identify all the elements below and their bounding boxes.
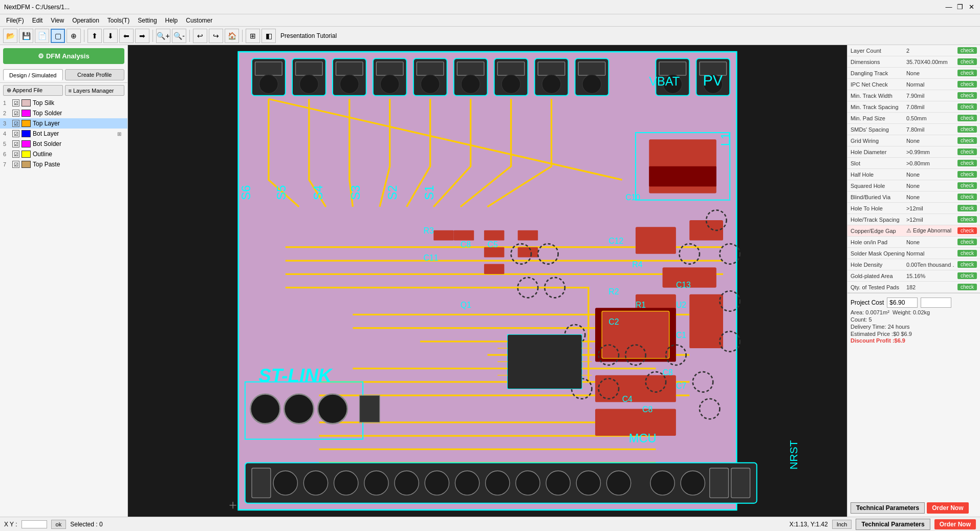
svg-text:C12: C12 [608, 237, 623, 245]
param-check-btn[interactable]: check [957, 227, 977, 234]
param-row: Dimensions 35.70X40.00mm check [847, 56, 980, 68]
select-btn[interactable]: ▢ [51, 29, 65, 43]
param-check-btn[interactable]: check [957, 284, 977, 290]
layers-manager-btn[interactable]: ≡ Layers Manager [65, 85, 125, 96]
presentation-label: Presentation Tutorial [277, 31, 340, 40]
svg-point-128 [303, 471, 328, 495]
param-check-btn[interactable]: check [957, 126, 977, 133]
new-btn[interactable]: 📄 [35, 29, 49, 43]
estimated-price-text: Estimated Price :$0 $6.9 [851, 330, 977, 337]
discount-text: Discount Profit :$6.9 [851, 337, 977, 344]
maximize-btn[interactable]: ❐ [955, 3, 965, 12]
layer-name: Bot Layer [33, 130, 115, 137]
layer-row[interactable]: 4 ☑ Bot Layer ⊞ [0, 129, 127, 139]
save-btn[interactable]: 💾 [19, 29, 33, 43]
align-center-btn[interactable]: ⬇ [103, 29, 118, 43]
align-top-btn[interactable]: ⬆ [88, 29, 102, 43]
param-check-btn[interactable]: check [957, 47, 977, 54]
project-cost-input2[interactable] [921, 298, 951, 308]
menu-tools[interactable]: Tools(T) [103, 16, 134, 25]
ok-button[interactable]: ok [51, 520, 67, 529]
param-value: 0.00Ten thousand . [906, 262, 957, 268]
project-cost-input[interactable] [887, 298, 918, 308]
zoom-out-btn[interactable]: 🔍- [172, 29, 186, 43]
layer-row[interactable]: 7 ☑ Top Paste [0, 159, 127, 169]
tb-sep4 [242, 30, 243, 42]
layer-row[interactable]: 2 ☑ Top Solder [0, 108, 127, 118]
layer-row[interactable]: 6 ☑ Outline [0, 149, 127, 159]
create-profile-tab[interactable]: Create Profile [65, 69, 125, 80]
param-check-btn[interactable]: check [957, 103, 977, 110]
order-now-btn[interactable]: Order Now [927, 502, 968, 514]
param-check-btn[interactable]: check [957, 81, 977, 88]
canvas-area[interactable]: ST-LINK Transceiver 5V MCU NRST PV VBAT … [128, 45, 847, 517]
param-check-btn[interactable]: check [957, 272, 977, 279]
param-check-btn[interactable]: check [957, 160, 977, 166]
layer-btn[interactable]: ◧ [262, 29, 276, 43]
svg-text:C10: C10 [625, 193, 640, 202]
grid-btn[interactable]: ⊞ [246, 29, 260, 43]
layer-color-swatch [21, 161, 31, 168]
layer-visibility[interactable]: ☑ [12, 120, 19, 127]
svg-point-134 [486, 471, 510, 495]
open-file-btn[interactable]: 📂 [3, 29, 17, 43]
param-check-btn[interactable]: check [957, 250, 977, 257]
param-check-btn[interactable]: check [957, 239, 977, 245]
align-left-btn[interactable]: ⬅ [119, 29, 134, 43]
redo-btn[interactable]: ↪ [209, 29, 223, 43]
param-check-btn[interactable]: check [957, 70, 977, 76]
svg-text:S1: S1 [423, 185, 436, 200]
layer-row[interactable]: 1 ☑ Top Silk [0, 98, 127, 108]
layer-visibility[interactable]: ☑ [12, 161, 19, 168]
param-check-btn[interactable]: check [957, 115, 977, 121]
menu-customer[interactable]: Customer [182, 16, 216, 25]
undo-btn[interactable]: ↩ [193, 29, 207, 43]
param-check-btn[interactable]: check [957, 205, 977, 211]
layer-row[interactable]: 5 ☑ Bot Solder [0, 139, 127, 149]
param-label: SMDs' Spacing [851, 126, 906, 133]
svg-rect-19 [457, 62, 484, 75]
param-label: Half Hole [851, 172, 906, 178]
svg-point-29 [421, 75, 440, 94]
menu-setting[interactable]: Setting [134, 16, 161, 25]
svg-text:C2: C2 [608, 317, 619, 326]
layer-row[interactable]: 3 ☑ Top Layer [0, 118, 127, 129]
home-btn[interactable]: 🏠 [225, 29, 239, 43]
param-check-btn[interactable]: check [957, 261, 977, 268]
param-check-btn[interactable]: check [957, 216, 977, 223]
param-value: 2 [906, 48, 957, 54]
layer-visibility[interactable]: ☑ [12, 99, 19, 107]
layer-visibility[interactable]: ☑ [12, 110, 19, 117]
menu-operation[interactable]: Operation [68, 16, 103, 25]
dfm-analysis-btn[interactable]: ⚙ DFM Analysis [3, 48, 124, 64]
xy-input[interactable] [21, 520, 47, 528]
param-check-btn[interactable]: check [957, 182, 977, 189]
param-check-btn[interactable]: check [957, 171, 977, 178]
close-btn[interactable]: ✕ [967, 3, 976, 12]
minimize-btn[interactable]: — [944, 3, 953, 12]
align-right-btn[interactable]: ➡ [135, 29, 149, 43]
statusbar-tech-params-btn[interactable]: Technical Parameters [856, 519, 930, 530]
menu-help[interactable]: Help [161, 16, 182, 25]
param-check-btn[interactable]: check [957, 148, 977, 155]
move-btn[interactable]: ⊕ [67, 29, 81, 43]
param-row: Blind/Buried Via None check [847, 192, 980, 203]
param-check-btn[interactable]: check [957, 194, 977, 200]
window-controls: — ❐ ✕ [944, 3, 976, 12]
param-check-btn[interactable]: check [957, 92, 977, 99]
menu-view[interactable]: View [47, 16, 68, 25]
menu-edit[interactable]: Edit [28, 16, 47, 25]
zoom-in-btn[interactable]: 🔍+ [156, 29, 170, 43]
tech-params-btn[interactable]: Technical Parameters [851, 502, 925, 514]
statusbar-order-btn[interactable]: Order Now [934, 519, 976, 529]
append-file-btn[interactable]: ⊕ Append File [3, 85, 63, 96]
design-simulated-tab[interactable]: Design / Simulated [3, 69, 63, 80]
layer-visibility[interactable]: ☑ [12, 140, 19, 147]
param-check-btn[interactable]: check [957, 137, 977, 144]
layer-visibility[interactable]: ☑ [12, 151, 19, 158]
layer-expand-btn[interactable]: ⊞ [117, 131, 124, 137]
unit-button[interactable]: Inch [832, 520, 852, 529]
param-check-btn[interactable]: check [957, 58, 977, 65]
menu-file[interactable]: File(F) [2, 16, 28, 25]
layer-visibility[interactable]: ☑ [12, 130, 19, 137]
